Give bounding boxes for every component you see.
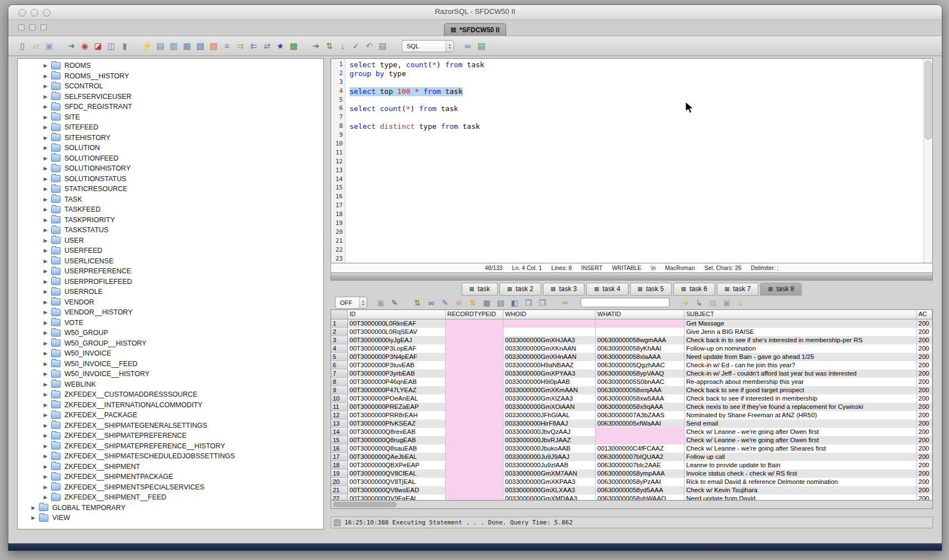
cell-subject[interactable]: Need update from Bain - gave go ahead 1/… [685,353,917,361]
sort-columns-icon[interactable]: ⇅ [468,298,478,308]
disclosure-triangle-icon[interactable]: ▶ [29,515,38,521]
cell-subject[interactable]: Check w/ Leanne - we're going after Owen… [685,436,917,444]
row-number[interactable]: 21 [331,486,348,494]
disclosure-triangle-icon[interactable]: ▶ [41,166,50,171]
cell-activitydate[interactable]: 200 [917,428,932,436]
table-row[interactable]: 6 00T3000000P3tuvEAB 0033000000H9aNBAAZ … [331,361,932,369]
export-results-icon[interactable]: ↳ [694,298,704,308]
cell-recordtypeid[interactable] [446,436,503,444]
cell-id[interactable]: 00T3000000L0RknEAF [348,319,446,328]
cell-id[interactable]: 00T3000000PREZaEAP [348,403,446,411]
disclosure-triangle-icon[interactable]: ▶ [41,124,50,130]
result-tab[interactable]: ⊠ task 4 [586,283,628,296]
disclosure-triangle-icon[interactable]: ▶ [41,361,50,367]
cell-recordtypeid[interactable] [446,394,503,403]
internal-maximize-icon[interactable] [41,24,47,31]
copy-cell-icon[interactable]: ❐ [523,298,533,308]
disclosure-triangle-icon[interactable]: ▶ [41,238,50,243]
table-row[interactable]: 12 00T3000000PRR8rEAH 0033000000JFhGlAAL… [331,411,932,419]
cell-recordtypeid[interactable] [446,469,503,478]
swap-statement-icon[interactable]: ⇅ [324,41,334,51]
horizontal-splitter[interactable] [331,273,933,281]
row-number[interactable]: 18 [331,461,348,469]
cell-subject[interactable]: Follow up call [685,453,917,461]
add-connection-icon[interactable]: ◫ [106,41,117,51]
cell-whatid[interactable]: 006300000058xw5AAA [596,394,685,403]
cell-subject[interactable]: Check w/ Leanne - we're going after Shea… [685,444,917,453]
row-number[interactable]: 5 [331,353,348,361]
cell-recordtypeid[interactable] [446,353,503,361]
column-header[interactable]: AC [917,310,932,319]
sidebar-item[interactable]: ▶ ZKFEDEX__PACKAGE [18,410,323,421]
sidebar-item[interactable]: ▶ SFDC_REGISTRANT [18,102,323,112]
sidebar-item[interactable]: ▶ ZKFEDEX__CUSTOMADDRESSSOURCE [18,389,323,400]
cell-whatid[interactable]: 0013000000C4fFCAAZ [596,444,685,453]
rollback-icon[interactable]: ↶ [364,41,374,51]
sidebar-item[interactable]: ▶ ZKFEDEX__SHIPMATESCHEDULEDJOBSSETTINGS [18,451,323,462]
disclosure-triangle-icon[interactable]: ▶ [41,258,50,264]
sidebar-item[interactable]: ▶ VENDOR [18,297,323,308]
cell-subject[interactable]: Need update from David [685,494,917,500]
cell-subject[interactable]: Check nexis to see if they've found a re… [685,403,917,411]
cell-id[interactable]: 00T3000000P3tuvEAB [348,361,446,369]
table-row[interactable]: 17 00T3000000QAeJbEAL 0033000000Ju9J9AAJ… [331,453,932,461]
table-row[interactable]: 16 00T3000000Q8sauEAB 0033000000JbukoAAB… [331,444,932,453]
cell-activitydate[interactable]: 200 [917,386,932,394]
execute-sql-icon[interactable]: ⚡ [142,41,152,51]
result-tab[interactable]: ⊠ task 7 [717,283,758,296]
column-header[interactable]: ID [348,310,446,319]
sidebar-item[interactable]: ▶ TASK [18,194,323,205]
cell-activitydate[interactable]: 200 [917,453,932,461]
cell-id[interactable]: 00T3000000Q8rexEAB [348,428,446,436]
cell-subject[interactable]: Invoice status check - check w/ RS first [685,469,917,478]
row-number[interactable]: 14 [331,428,348,436]
cell-id[interactable]: 00T3000000QV8CfEAL [348,469,446,478]
cell-activitydate[interactable]: 200 [917,369,932,378]
cell-whoid[interactable]: 0033000000GmXHnAAN [503,353,596,361]
sql-code-area[interactable]: select type, count(*) from task group by… [346,59,923,263]
refresh-results-icon[interactable]: ⇅ [412,298,422,308]
generate-sql-icon[interactable]: ▤ [708,298,718,308]
result-tab[interactable]: ⊠ task 3 [543,283,585,296]
row-number[interactable]: 13 [331,419,348,428]
disclosure-triangle-icon[interactable]: ▶ [41,330,50,336]
cell-subject[interactable]: Give Jenn a BIG RAISE [685,328,917,336]
internal-restore-icon[interactable] [29,24,36,31]
cell-subject[interactable]: Check-in w/ Ed - can he join this year? [685,361,917,369]
disclosure-triangle-icon[interactable]: ▶ [41,186,50,192]
table-row[interactable]: 5 00T3000000P3N4pEAF 0033000000GmXHnAAN … [331,353,932,361]
copy-table-icon[interactable]: ❒ [537,298,547,308]
sidebar-item[interactable]: ▶ TASKSTATUS [18,225,323,236]
close-document-icon[interactable]: ⊠ [451,27,456,33]
cell-whatid[interactable]: 00630000007blc2AAE [596,461,685,469]
results-horizontal-scrollbar[interactable] [331,501,933,509]
sidebar-item[interactable]: ▶ ZKFEDEX__INTERNATIONALCOMMODITY [18,400,323,411]
cell-id[interactable]: 00T3000000PRR8rEAH [348,411,446,419]
copy-pages-icon[interactable]: ▦ [182,41,192,51]
sidebar-item[interactable]: ▶ ZKFEDEX__SHIPMENTSPECIALSERVICES [18,482,323,493]
row-number[interactable]: 4 [331,344,348,353]
cell-whoid[interactable]: 0033000000JFhGlAAL [503,411,596,419]
sidebar-item[interactable]: ▶ GLOBAL TEMPORARY [18,503,323,513]
cell-recordtypeid[interactable] [446,378,503,386]
cell-activitydate[interactable]: 200 [917,436,932,444]
cell-whatid[interactable]: 00630000007bIQUAA2 [596,453,685,461]
cell-whoid[interactable]: 0033000000GmXHJAA3 [503,336,596,344]
sidebar-item[interactable]: ▶ SITEFEED [18,122,323,133]
row-number[interactable]: 1 [331,319,348,328]
cell-activitydate[interactable]: 200 [917,486,932,494]
disclosure-triangle-icon[interactable]: ▶ [41,402,50,408]
cell-id[interactable]: 00T3000000P3LopEAF [348,344,446,353]
cell-id[interactable]: 00T3000000QV8TjEAL [348,478,446,486]
cell-subject[interactable]: Rick to email David & reference Delmonte… [685,478,917,486]
sidebar-item[interactable]: ▶ USERFEED [18,246,323,256]
column-info-icon[interactable]: ▤ [496,298,506,308]
cell-subject[interactable]: Get Massage [685,319,917,328]
cell-id[interactable]: 00T3000000L0RqSEAV [348,328,446,336]
cell-whoid[interactable]: 0033000000GmXKnAAN [503,344,596,353]
cell-whoid[interactable] [503,328,596,336]
cell-whoid[interactable]: 0033000000H9aNBAAZ [503,361,596,369]
sidebar-item[interactable]: ▶ USER [18,236,323,246]
edit-table-icon[interactable]: ▩ [288,41,299,51]
cell-recordtypeid[interactable] [446,486,503,494]
